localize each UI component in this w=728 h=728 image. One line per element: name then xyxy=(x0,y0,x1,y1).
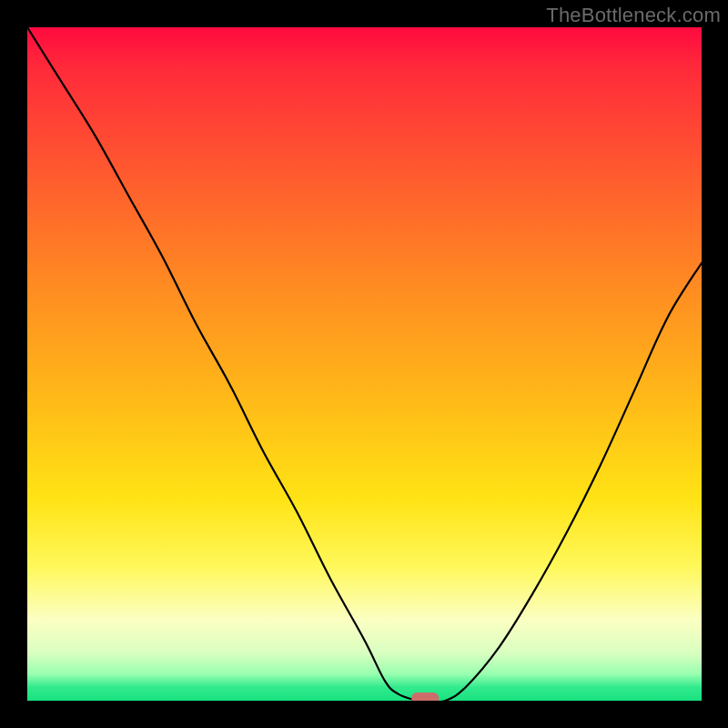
bottleneck-chart: TheBottleneck.com xyxy=(0,0,728,728)
curve-svg xyxy=(27,27,702,701)
attribution-label: TheBottleneck.com xyxy=(546,4,721,27)
plot-area xyxy=(27,27,702,701)
optimal-point-marker xyxy=(411,693,439,701)
bottleneck-curve-line xyxy=(27,27,702,701)
